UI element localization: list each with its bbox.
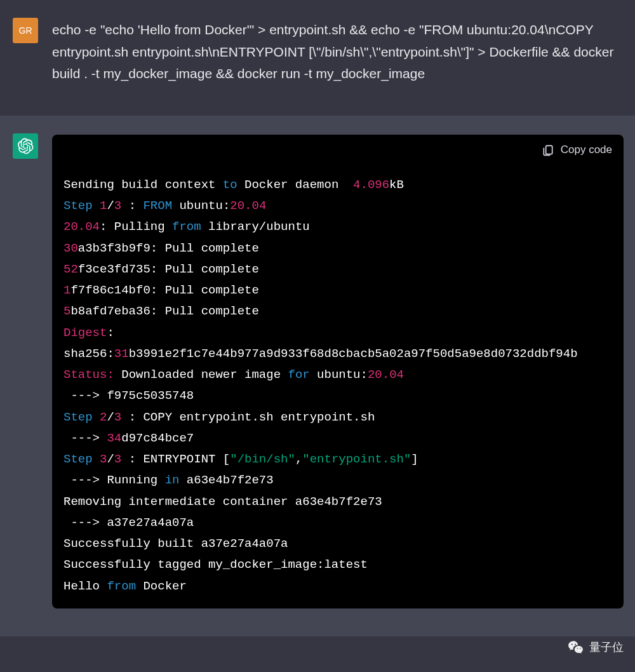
code-block: Copy code Sending build context to Docke…	[52, 135, 624, 608]
code-block-body: Sending build context to Docker daemon 4…	[52, 163, 624, 608]
assistant-message-row: Copy code Sending build context to Docke…	[0, 116, 635, 636]
user-message-content: echo -e "echo 'Hello from Docker'" > ent…	[52, 18, 622, 85]
openai-logo-icon	[17, 138, 34, 154]
user-avatar-initials: GR	[19, 25, 32, 36]
clipboard-icon	[542, 144, 554, 156]
watermark: 量子位	[568, 639, 624, 655]
assistant-avatar	[13, 133, 38, 159]
copy-code-label: Copy code	[561, 141, 612, 159]
wechat-icon	[568, 639, 584, 655]
user-message-text: echo -e "echo 'Hello from Docker'" > ent…	[52, 19, 622, 85]
svg-rect-0	[545, 146, 552, 154]
user-message-row: GR echo -e "echo 'Hello from Docker'" > …	[0, 0, 635, 116]
copy-code-button[interactable]: Copy code	[542, 141, 612, 159]
assistant-message-content: Copy code Sending build context to Docke…	[52, 133, 624, 608]
user-avatar: GR	[13, 18, 38, 43]
watermark-text: 量子位	[589, 640, 624, 655]
code-block-header: Copy code	[52, 135, 624, 163]
